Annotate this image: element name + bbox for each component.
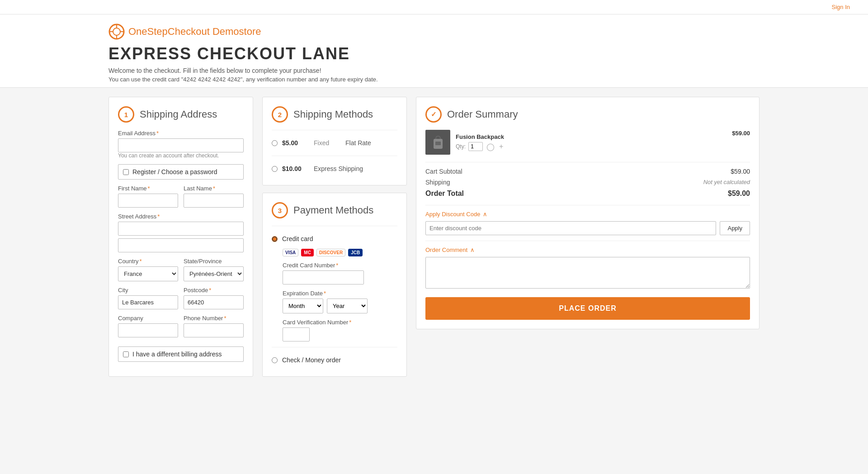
shipping-methods-header: 2 Shipping Methods xyxy=(272,106,397,123)
postcode-input[interactable] xyxy=(184,295,244,309)
billing-checkbox[interactable] xyxy=(123,351,129,357)
cart-subtotal-value: $59.00 xyxy=(731,168,750,175)
cvv-group: Card Verification Number* xyxy=(272,319,397,341)
shipping-methods-title: Shipping Methods xyxy=(293,109,373,120)
shipping-address-title: Shipping Address xyxy=(140,109,217,120)
visa-logo: VISA xyxy=(283,249,298,256)
register-checkbox[interactable] xyxy=(123,169,129,175)
top-bar: Sign In xyxy=(0,0,868,14)
postcode-group: Postcode* xyxy=(184,287,244,309)
exp-row: Month 010203 040506 070809 101112 Year 2… xyxy=(283,299,397,313)
billing-label: I have a different billing address xyxy=(132,351,222,358)
qty-input[interactable] xyxy=(468,142,483,151)
state-group: State/Province Pyrénées-Orientales xyxy=(184,258,244,281)
payment-option-cc[interactable]: Credit card xyxy=(272,232,397,246)
step-3-badge: 3 xyxy=(272,202,288,218)
product-image xyxy=(425,130,450,155)
first-name-label: First Name* xyxy=(118,185,178,192)
product-info: Fusion Backpack Qty: ◯ + xyxy=(456,133,726,151)
postcode-label: Postcode* xyxy=(184,287,244,294)
city-group: City xyxy=(118,287,178,309)
backpack-icon xyxy=(429,133,447,152)
street-input-2[interactable] xyxy=(118,238,244,252)
comment-toggle[interactable]: Order Comment ∧ xyxy=(425,246,750,253)
company-group: Company xyxy=(118,315,178,337)
shipping-name-flat: Flat Rate xyxy=(345,139,371,147)
comment-section: Order Comment ∧ xyxy=(425,241,750,290)
step-check-badge: ✓ xyxy=(425,106,442,123)
exp-date-group: Expiration Date* Month 010203 040506 070… xyxy=(272,290,397,313)
name-row: First Name* Last Name* xyxy=(118,185,244,213)
city-input[interactable] xyxy=(118,295,178,309)
main-content: 1 Shipping Address Email Address* You ca… xyxy=(0,88,868,393)
cvv-label: Card Verification Number* xyxy=(283,319,397,326)
street-group: Street Address* xyxy=(118,213,244,252)
shipping-option-express[interactable]: $10.00 Express Shipping xyxy=(272,161,397,176)
cc-number-input[interactable] xyxy=(283,270,364,284)
street-input-1[interactable] xyxy=(118,222,244,236)
year-select[interactable]: Year 202420252026 202720282029 2030 xyxy=(327,299,368,313)
order-summary-header: ✓ Order Summary xyxy=(425,106,750,123)
phone-label: Phone Number* xyxy=(184,315,244,322)
order-total-value: $59.00 xyxy=(728,190,750,198)
exp-date-label: Expiration Date* xyxy=(283,290,397,297)
shipping-address-column: 1 Shipping Address Email Address* You ca… xyxy=(108,97,253,384)
methods-column: 2 Shipping Methods $5.00 Fixed Flat Rate… xyxy=(262,97,407,384)
order-summary-card: ✓ Order Summary Fusion Backpack Qty: xyxy=(416,97,760,329)
country-select[interactable]: France xyxy=(118,266,178,281)
last-name-input[interactable] xyxy=(184,194,244,208)
order-total-row: Order Total $59.00 xyxy=(425,190,750,198)
shipping-type-flat: Fixed xyxy=(314,139,341,147)
discount-input[interactable] xyxy=(425,221,716,235)
state-select[interactable]: Pyrénées-Orientales xyxy=(184,266,244,281)
state-label: State/Province xyxy=(184,258,244,265)
payment-methods-header: 3 Payment Methods xyxy=(272,202,397,218)
register-label: Register / Choose a password xyxy=(132,168,217,175)
place-order-button[interactable]: PLACE ORDER xyxy=(425,297,750,320)
phone-group: Phone Number* xyxy=(184,315,244,337)
cc-logos-row: VISA MC DISCOVER JCB xyxy=(283,249,397,256)
company-input[interactable] xyxy=(118,323,178,337)
cart-subtotal-label: Cart Subtotal xyxy=(425,168,462,175)
sign-in-link[interactable]: Sign In xyxy=(832,4,850,10)
shipping-price-flat: $5.00 xyxy=(282,139,309,147)
month-select[interactable]: Month 010203 040506 070809 101112 xyxy=(283,299,323,313)
product-price: $59.00 xyxy=(732,130,750,137)
payment-methods-card: 3 Payment Methods Credit card VISA MC DI… xyxy=(262,193,407,377)
email-label: Email Address* xyxy=(118,130,244,137)
phone-input[interactable] xyxy=(184,323,244,337)
last-name-group: Last Name* xyxy=(184,185,244,208)
shipping-radio-flat[interactable] xyxy=(272,140,278,146)
discount-toggle[interactable]: Apply Discount Code ∧ xyxy=(425,211,750,218)
email-input[interactable] xyxy=(118,138,244,152)
qty-decrease-button[interactable]: ◯ xyxy=(486,142,495,151)
shipping-row: Shipping Not yet calculated xyxy=(425,179,750,186)
cart-subtotal-row: Cart Subtotal $59.00 xyxy=(425,168,750,175)
svg-rect-7 xyxy=(435,142,441,145)
order-summary-title: Order Summary xyxy=(447,109,518,120)
shipping-address-header: 1 Shipping Address xyxy=(118,106,244,123)
cc-number-label: Credit Card Number* xyxy=(283,262,397,269)
order-comment-textarea[interactable] xyxy=(425,257,750,289)
order-total-label: Order Total xyxy=(425,190,464,198)
payment-radio-cc[interactable] xyxy=(272,236,278,242)
country-group: Country* France xyxy=(118,258,178,281)
register-checkbox-row[interactable]: Register / Choose a password xyxy=(118,164,244,180)
payment-option-check[interactable]: Check / Money order xyxy=(272,353,397,367)
city-label: City xyxy=(118,287,178,294)
qty-increase-button[interactable]: + xyxy=(498,142,504,151)
shipping-radio-express[interactable] xyxy=(272,166,278,172)
apply-discount-button[interactable]: Apply xyxy=(720,221,750,235)
last-name-label: Last Name* xyxy=(184,185,244,192)
logo-row: OneStepCheckout Demostore xyxy=(108,24,760,40)
shipping-address-card: 1 Shipping Address Email Address* You ca… xyxy=(108,97,253,377)
country-label: Country* xyxy=(118,258,178,265)
cvv-input[interactable] xyxy=(283,327,310,341)
first-name-input[interactable] xyxy=(118,194,178,208)
logo-icon xyxy=(108,24,125,40)
page-subtitle: Welcome to the checkout. Fill in the fie… xyxy=(108,67,760,74)
payment-radio-check[interactable] xyxy=(272,357,278,363)
shipping-option-flat[interactable]: $5.00 Fixed Flat Rate xyxy=(272,136,397,150)
shipping-value: Not yet calculated xyxy=(703,179,750,186)
billing-checkbox-row[interactable]: I have a different billing address xyxy=(118,346,244,362)
